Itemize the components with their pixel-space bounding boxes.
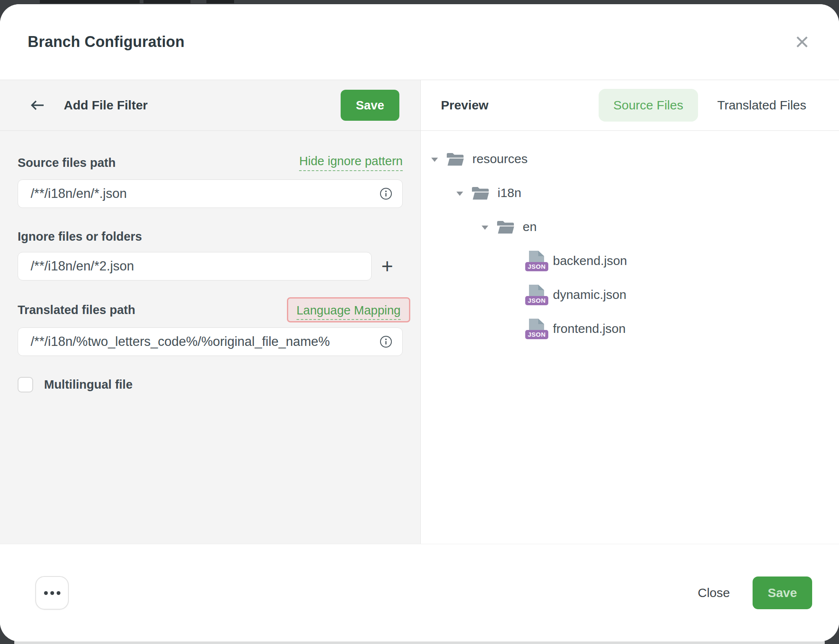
ellipsis-icon bbox=[57, 591, 60, 595]
ellipsis-icon bbox=[44, 591, 48, 595]
ignore-field-head: Ignore files or folders bbox=[18, 230, 403, 244]
translated-files-path-input[interactable]: /**/i18n/%two_letters_code%/%original_fi… bbox=[18, 327, 403, 356]
dialog-title-bar: Branch Configuration bbox=[0, 4, 839, 80]
ellipsis-icon bbox=[50, 591, 54, 595]
dialog-save-button[interactable]: Save bbox=[753, 576, 812, 609]
json-file-icon: JSON bbox=[525, 285, 546, 305]
dialog-header-row: Add File Filter Save Preview Source File… bbox=[0, 80, 839, 131]
info-icon[interactable] bbox=[380, 335, 392, 348]
json-file-icon: JSON bbox=[525, 251, 546, 271]
language-mapping-link[interactable]: Language Mapping bbox=[297, 304, 401, 320]
preview-tree: resources i18n en bbox=[421, 131, 839, 544]
source-field-head: Source files path Hide ignore pattern bbox=[18, 154, 403, 171]
file-filter-form: Source files path Hide ignore pattern /*… bbox=[0, 131, 421, 544]
more-options-button[interactable] bbox=[35, 576, 69, 610]
dialog-body: Source files path Hide ignore pattern /*… bbox=[0, 131, 839, 544]
language-mapping-highlight: Language Mapping bbox=[287, 297, 410, 322]
filter-header: Add File Filter Save bbox=[0, 80, 421, 130]
folder-icon bbox=[446, 152, 464, 166]
source-files-path-value: /**/i18n/en/*.json bbox=[31, 186, 373, 201]
tab-translated-files[interactable]: Translated Files bbox=[717, 98, 806, 112]
json-badge: JSON bbox=[525, 296, 548, 305]
ignore-pattern-value: /**/i18n/en/*2.json bbox=[31, 259, 354, 274]
filter-save-button[interactable]: Save bbox=[341, 90, 399, 121]
preview-heading: Preview bbox=[441, 98, 488, 112]
tree-file-frontend[interactable]: JSON frontend.json bbox=[430, 318, 839, 339]
branch-configuration-dialog: Branch Configuration Add File Filter Sav… bbox=[0, 4, 839, 641]
dialog-title: Branch Configuration bbox=[28, 33, 185, 51]
back-button[interactable] bbox=[29, 99, 45, 112]
tree-folder-resources[interactable]: resources bbox=[430, 148, 839, 169]
close-dialog-button[interactable] bbox=[793, 33, 811, 51]
ignore-files-label: Ignore files or folders bbox=[18, 230, 142, 244]
tree-folder-en[interactable]: en bbox=[430, 216, 839, 237]
background-page-fragment bbox=[40, 0, 140, 3]
caret-down-icon[interactable] bbox=[431, 158, 438, 162]
json-file-icon: JSON bbox=[525, 319, 546, 339]
folder-icon bbox=[472, 186, 489, 200]
dialog-close-button[interactable]: Close bbox=[698, 586, 730, 600]
background-page-fragment bbox=[206, 0, 234, 3]
caret-down-icon[interactable] bbox=[482, 226, 488, 230]
tree-file-dynamic[interactable]: JSON dynamic.json bbox=[430, 284, 839, 305]
multilingual-label: Multilingual file bbox=[44, 378, 133, 392]
arrow-left-icon bbox=[29, 99, 45, 112]
json-badge: JSON bbox=[525, 330, 548, 339]
multilingual-checkbox[interactable] bbox=[18, 377, 33, 392]
filter-heading: Add File Filter bbox=[64, 98, 341, 112]
background-page-fragment bbox=[143, 0, 190, 3]
info-icon[interactable] bbox=[380, 187, 392, 200]
tab-source-files[interactable]: Source Files bbox=[599, 89, 698, 122]
dialog-footer: Close Save bbox=[0, 544, 839, 641]
multilingual-row: Multilingual file bbox=[18, 377, 403, 392]
ignore-field-row: /**/i18n/en/*2.json + bbox=[18, 252, 403, 280]
source-files-path-input[interactable]: /**/i18n/en/*.json bbox=[18, 179, 403, 208]
tree-folder-i18n[interactable]: i18n bbox=[430, 182, 839, 203]
caret-down-icon[interactable] bbox=[456, 192, 463, 196]
translated-field-head: Translated files path Language Mapping bbox=[18, 297, 403, 322]
hide-ignore-pattern-link[interactable]: Hide ignore pattern bbox=[299, 154, 403, 171]
add-ignore-pattern-button[interactable]: + bbox=[372, 252, 403, 280]
translated-files-path-value: /**/i18n/%two_letters_code%/%original_fi… bbox=[31, 334, 373, 349]
tree-file-backend[interactable]: JSON backend.json bbox=[430, 250, 839, 271]
ignore-pattern-input[interactable]: /**/i18n/en/*2.json bbox=[18, 252, 372, 280]
json-badge: JSON bbox=[525, 262, 548, 271]
translated-files-path-label: Translated files path bbox=[18, 303, 135, 317]
background-page-fragment bbox=[14, 641, 825, 644]
preview-header: Preview Source Files Translated Files bbox=[421, 80, 839, 130]
close-icon bbox=[794, 34, 810, 50]
source-files-path-label: Source files path bbox=[18, 156, 116, 170]
folder-icon bbox=[497, 220, 514, 234]
